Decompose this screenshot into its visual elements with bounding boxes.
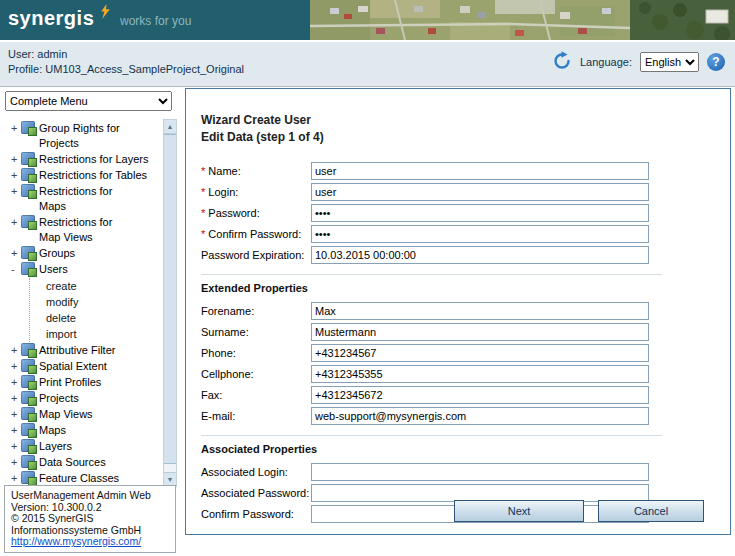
sidebar-item-label: Restrictions for Layers [39, 152, 148, 167]
restrictions-tables-icon [21, 168, 35, 181]
sidebar-item-attributive-filter[interactable]: +Attributive Filter [11, 343, 161, 358]
sidebar: Complete Menu +Group Rights for Projects… [0, 88, 182, 556]
expand-icon[interactable]: + [11, 471, 21, 485]
name-field[interactable] [311, 162, 649, 180]
password-field[interactable] [311, 204, 649, 222]
confirm-associated-password-field-label: Confirm Password: [201, 508, 311, 520]
expand-icon[interactable]: + [11, 168, 21, 182]
fax-field[interactable] [311, 386, 649, 404]
company-link[interactable]: http://www.mysynergis.com/ [11, 535, 141, 547]
sidebar-item-modify[interactable]: modify [46, 294, 161, 310]
user-form: * Name:* Login:* Password:* Confirm Pass… [201, 160, 730, 524]
sidebar-item-users[interactable]: -Users [11, 262, 161, 277]
associated-password-field-label: Associated Password: [201, 487, 311, 499]
menu-mode-select[interactable]: Complete Menu [5, 91, 172, 111]
sidebar-item-maps[interactable]: +Maps [11, 423, 161, 438]
page-title: Wizard Create User [201, 113, 730, 127]
form-row: Phone: [201, 342, 662, 363]
user-label: User: [8, 48, 34, 60]
restrictions-layers-icon [21, 152, 35, 165]
email-field-label: E-mail: [201, 410, 311, 422]
scroll-up-button[interactable]: ▲ [164, 120, 176, 134]
login-field[interactable] [311, 183, 649, 201]
sidebar-item-projects[interactable]: +Projects [11, 391, 161, 406]
expand-icon[interactable]: + [11, 121, 21, 135]
expand-icon[interactable]: + [11, 215, 21, 229]
sidebar-item-restrictions-for-tables[interactable]: +Restrictions for Tables [11, 168, 161, 183]
sidebar-item-label: Maps [39, 423, 66, 438]
sidebar-item-print-profiles[interactable]: +Print Profiles [11, 375, 161, 390]
projects-icon [21, 391, 35, 404]
associated-login-field[interactable] [311, 463, 649, 481]
sidebar-item-group-rights-for-projects[interactable]: +Group Rights for Projects [11, 121, 161, 151]
form-row: Fax: [201, 384, 662, 405]
collapse-icon[interactable]: - [11, 262, 21, 276]
header-map-image [310, 0, 735, 40]
sidebar-item-groups[interactable]: +Groups [11, 246, 161, 261]
form-row: Surname: [201, 321, 662, 342]
expand-icon[interactable]: + [11, 343, 21, 357]
app-logo: synergis [8, 7, 94, 30]
associated-login-field-label: Associated Login: [201, 466, 311, 478]
attributive-filter-icon [21, 343, 35, 356]
form-row: Associated Login: [201, 461, 662, 482]
cancel-button[interactable]: Cancel [598, 500, 704, 522]
email-field[interactable] [311, 407, 649, 425]
phone-field[interactable] [311, 344, 649, 362]
feature-classes-icon [21, 471, 35, 484]
sidebar-item-label: Map Views [39, 407, 93, 422]
refresh-icon[interactable] [552, 51, 572, 73]
sidebar-item-restrictions-for-map-views[interactable]: +Restrictions for Map Views [11, 215, 161, 245]
expand-icon[interactable]: + [11, 375, 21, 389]
language-select[interactable]: English [640, 52, 699, 72]
tree-scrollbar[interactable]: ▲ ▼ [163, 119, 177, 487]
form-row: E-mail: [201, 405, 662, 426]
language-label: Language: [580, 56, 632, 68]
map-views-icon [21, 407, 35, 420]
phone-field-label: Phone: [201, 347, 311, 359]
layers-icon [21, 439, 35, 452]
forename-field[interactable] [311, 302, 649, 320]
help-icon[interactable]: ? [707, 53, 725, 71]
scroll-thumb[interactable] [164, 134, 176, 464]
sidebar-item-create[interactable]: create [46, 278, 161, 294]
expand-icon[interactable]: + [11, 184, 21, 198]
next-button[interactable]: Next [454, 500, 584, 522]
sidebar-item-map-views[interactable]: +Map Views [11, 407, 161, 422]
sidebar-item-layers[interactable]: +Layers [11, 439, 161, 454]
scroll-down-button[interactable]: ▼ [164, 472, 176, 486]
sidebar-item-data-sources[interactable]: +Data Sources [11, 455, 161, 470]
expand-icon[interactable]: + [11, 391, 21, 405]
sidebar-item-label: Restrictions for Maps [39, 184, 112, 214]
sidebar-item-label: Group Rights for Projects [39, 121, 161, 151]
required-marker: * [201, 207, 205, 219]
fax-field-label: Fax: [201, 389, 311, 401]
password-expiration-field-label: Password Expiration: [201, 249, 311, 261]
expand-icon[interactable]: + [11, 359, 21, 373]
expand-icon[interactable]: + [11, 407, 21, 421]
associated-password-field[interactable] [311, 484, 649, 502]
cellphone-field[interactable] [311, 365, 649, 383]
expand-icon[interactable]: + [11, 152, 21, 166]
sidebar-item-spatial-extent[interactable]: +Spatial Extent [11, 359, 161, 374]
surname-field[interactable] [311, 323, 649, 341]
group-rights-icon [21, 121, 35, 134]
sidebar-item-restrictions-for-layers[interactable]: +Restrictions for Layers [11, 152, 161, 167]
sidebar-item-delete[interactable]: delete [46, 310, 161, 326]
sidebar-children-users: createmodifydeleteimport [29, 278, 161, 342]
sidebar-item-feature-classes[interactable]: +Feature Classes [11, 471, 161, 486]
expand-icon[interactable]: + [11, 455, 21, 469]
main-panel: Wizard Create User Edit Data (step 1 of … [185, 88, 731, 535]
required-marker: * [201, 228, 205, 240]
expand-icon[interactable]: + [11, 423, 21, 437]
sidebar-item-import[interactable]: import [46, 326, 161, 342]
header: synergis works for you [0, 0, 735, 40]
password-expiration-field[interactable] [311, 246, 649, 264]
expand-icon[interactable]: + [11, 246, 21, 260]
expand-icon[interactable]: + [11, 439, 21, 453]
data-sources-icon [21, 455, 35, 468]
confirm-password-field[interactable] [311, 225, 649, 243]
app-info-box: UserManagement Admin Web Version: 10.300… [4, 485, 176, 553]
spatial-extent-icon [21, 359, 35, 372]
sidebar-item-restrictions-for-maps[interactable]: +Restrictions for Maps [11, 184, 161, 214]
